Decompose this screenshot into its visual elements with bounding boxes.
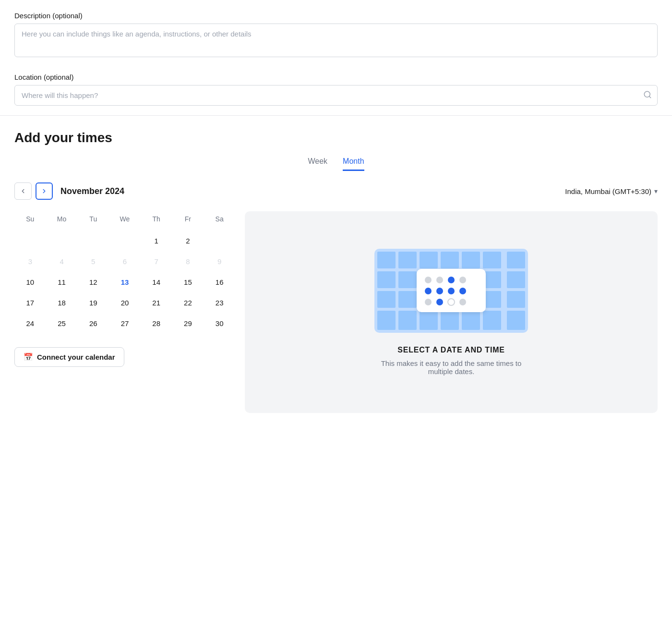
section-title: Add your times [14,130,658,146]
calendar-day[interactable]: 11 [46,272,78,292]
next-month-button[interactable] [36,182,53,200]
calendar-month-label: November 2024 [60,186,124,196]
calendar-day [46,231,78,251]
svg-rect-5 [420,252,438,268]
description-section: Description (optional) [0,0,672,68]
timezone-selector[interactable]: India, Mumbai (GMT+5:30) ▾ [565,187,658,195]
calendar-day[interactable]: 30 [204,313,235,334]
weekday-mo: Mo [46,211,78,227]
tab-month[interactable]: Month [343,157,364,171]
weekday-sa: Sa [204,211,235,227]
svg-point-30 [425,277,432,283]
calendar-day[interactable]: 15 [172,272,204,292]
calendar-grid-wrapper: Su Mo Tu We Th Fr Sa 1234567891011121314… [14,211,235,413]
svg-point-41 [459,299,466,305]
svg-rect-8 [483,252,501,268]
tab-switcher: Week Month [14,157,658,171]
calendar-icon: 📅 [24,352,33,362]
calendar-grid: Su Mo Tu We Th Fr Sa 1234567891011121314… [14,211,235,334]
calendar-day[interactable]: 16 [204,272,235,292]
svg-rect-16 [377,291,396,308]
weekday-th: Th [141,211,172,227]
weekday-su: Su [14,211,46,227]
location-label: Location (optional) [14,73,658,81]
svg-point-33 [459,277,466,283]
calendar-day[interactable]: 19 [77,292,109,313]
svg-rect-28 [507,311,525,330]
illustration-svg [374,249,528,333]
svg-rect-10 [377,271,396,288]
calendar-day[interactable]: 27 [109,313,141,334]
calendar-day[interactable]: 13 [109,272,141,292]
calendar-day[interactable]: 21 [141,292,172,313]
svg-rect-23 [398,311,417,330]
svg-rect-17 [398,291,417,308]
calendar-day [77,231,109,251]
calendar-illustration [374,249,528,334]
date-time-panel: SELECT A DATE AND TIME This makes it eas… [245,211,658,413]
svg-rect-7 [462,252,480,268]
prev-month-button[interactable] [14,182,32,200]
calendar-day[interactable]: 8 [172,251,204,272]
chevron-down-icon: ▾ [654,187,658,195]
connect-btn-label: Connect your calendar [37,353,115,361]
calendar-day[interactable]: 4 [46,251,78,272]
svg-point-37 [459,288,466,294]
calendar-day[interactable]: 6 [109,251,141,272]
calendar-day[interactable]: 12 [77,272,109,292]
calendar-day[interactable]: 5 [77,251,109,272]
panel-description: This makes it easy to add the same times… [370,359,533,376]
description-input[interactable] [14,24,658,57]
svg-rect-24 [420,311,438,330]
calendar-day [109,231,141,251]
svg-point-39 [436,299,443,305]
calendar-day[interactable]: 23 [204,292,235,313]
svg-line-1 [649,96,650,97]
svg-point-35 [436,288,443,294]
calendar-day[interactable]: 26 [77,313,109,334]
calendar-day[interactable]: 3 [14,251,46,272]
svg-rect-6 [441,252,459,268]
calendar-day[interactable]: 28 [141,313,172,334]
tab-week[interactable]: Week [308,157,327,171]
search-icon [643,90,652,101]
connect-calendar-button[interactable]: 📅 Connect your calendar [14,347,124,367]
svg-rect-27 [483,311,501,330]
panel-title: SELECT A DATE AND TIME [397,346,505,354]
location-input-wrapper [14,85,658,106]
calendar-day[interactable]: 9 [204,251,235,272]
weekday-we: We [109,211,141,227]
calendar-day[interactable]: 24 [14,313,46,334]
svg-rect-22 [377,311,396,330]
calendar-day[interactable]: 17 [14,292,46,313]
svg-point-31 [436,277,443,283]
calendar-day[interactable]: 29 [172,313,204,334]
svg-rect-11 [398,271,417,288]
svg-rect-3 [377,252,396,268]
timezone-label: India, Mumbai (GMT+5:30) [565,187,651,195]
calendar-day[interactable]: 25 [46,313,78,334]
calendar-day[interactable]: 7 [141,251,172,272]
weekday-tu: Tu [77,211,109,227]
calendar-day[interactable]: 10 [14,272,46,292]
calendar-day[interactable]: 20 [109,292,141,313]
svg-rect-21 [507,291,525,308]
weekday-fr: Fr [172,211,204,227]
calendar-header: November 2024 India, Mumbai (GMT+5:30) ▾ [14,182,658,200]
svg-point-40 [448,299,455,305]
calendar-day[interactable]: 18 [46,292,78,313]
location-input[interactable] [14,85,658,106]
calendar-weekdays: Su Mo Tu We Th Fr Sa [14,211,235,227]
add-times-section: Add your times Week Month November 2024 … [0,116,672,427]
calendar-day [14,231,46,251]
calendar-day[interactable]: 1 [141,231,172,251]
svg-point-36 [448,288,455,294]
svg-rect-15 [507,271,525,288]
calendar-day[interactable]: 22 [172,292,204,313]
calendar-day[interactable]: 2 [172,231,204,251]
calendar-nav: November 2024 [14,182,124,200]
calendar-days: 1234567891011121314151617181920212223242… [14,231,235,334]
main-content: Su Mo Tu We Th Fr Sa 1234567891011121314… [14,211,658,413]
svg-rect-4 [398,252,417,268]
calendar-day[interactable]: 14 [141,272,172,292]
